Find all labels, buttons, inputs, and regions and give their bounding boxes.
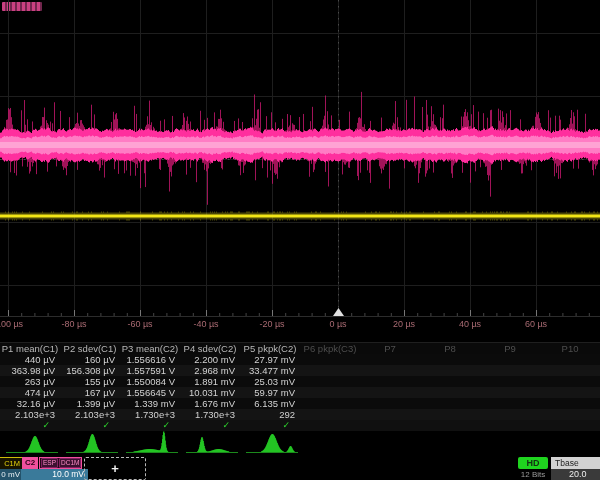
measure-cell xyxy=(360,376,420,387)
measure-cell: 363.98 µV xyxy=(0,365,60,376)
param-header-5[interactable]: P5 pkpk(C2) xyxy=(240,343,300,354)
time-axis-label: 20 µs xyxy=(371,319,437,329)
measure-cell: 2.200 mV xyxy=(180,354,240,365)
measure-cell: 10.031 mV xyxy=(180,387,240,398)
measure-cell xyxy=(420,354,480,365)
param-header-2[interactable]: P2 sdev(C1) xyxy=(60,343,120,354)
measure-cell: 1.557591 V xyxy=(120,365,180,376)
measure-cell xyxy=(420,376,480,387)
measure-cell: 6.135 mV xyxy=(240,398,300,409)
measure-cell: 160 µV xyxy=(60,354,120,365)
measure-cell: 263 µV xyxy=(0,376,60,387)
measure-cell: 2.103e+3 xyxy=(60,409,120,420)
measure-cell xyxy=(420,365,480,376)
measure-cell xyxy=(480,409,540,420)
measure-cell: 1.891 mV xyxy=(180,376,240,387)
measure-cell: 1.556616 V xyxy=(120,354,180,365)
param-header-4[interactable]: P4 sdev(C2) xyxy=(180,343,240,354)
time-axis-label: -80 µs xyxy=(41,319,107,329)
measure-cell: 1.730e+3 xyxy=(180,409,240,420)
c2-esp-badge: ESP xyxy=(41,458,58,468)
measure-cell: 156.308 µV xyxy=(60,365,120,376)
measure-cell: 1.399 µV xyxy=(60,398,120,409)
measure-cell xyxy=(480,354,540,365)
c2-coupling-badge: DC1M xyxy=(59,458,81,468)
time-axis-label: -60 µs xyxy=(107,319,173,329)
measure-cell xyxy=(480,398,540,409)
param-header-9[interactable]: P9 xyxy=(480,343,540,354)
measure-row: 2.103e+32.103e+31.730e+31.730e+3292 xyxy=(0,409,600,420)
channel-c2-tab[interactable]: C2 xyxy=(22,457,38,469)
measure-cell xyxy=(480,365,540,376)
measure-cell xyxy=(420,398,480,409)
measure-cell xyxy=(540,376,600,387)
measure-cell: 1.730e+3 xyxy=(120,409,180,420)
time-axis-label: 0 µs xyxy=(305,319,371,329)
hd-bits-label: 12 Bits xyxy=(510,470,556,479)
measure-cell xyxy=(540,354,600,365)
measure-cell: 155 µV xyxy=(60,376,120,387)
measure-cell xyxy=(420,409,480,420)
bottom-status-bar: C1M 0 mV 10.0 mV C2 ESP DC1M + HD 12 Bit… xyxy=(0,457,600,480)
add-trace-box[interactable]: + xyxy=(84,457,146,480)
measure-cell: 440 µV xyxy=(0,354,60,365)
time-axis: -100 µs-80 µs-60 µs-40 µs-20 µs0 µs20 µs… xyxy=(0,319,600,331)
measure-cell: 25.03 mV xyxy=(240,376,300,387)
measure-cell: 474 µV xyxy=(0,387,60,398)
measure-cell: 2.968 mV xyxy=(180,365,240,376)
measure-row: 32.16 µV1.399 µV1.339 mV1.676 mV6.135 mV xyxy=(0,398,600,409)
hd-mode-badge: HD xyxy=(518,457,548,469)
measure-cell: 167 µV xyxy=(60,387,120,398)
time-axis-label: -100 µs xyxy=(0,319,41,329)
measure-cell xyxy=(480,387,540,398)
measure-cell: 59.97 mV xyxy=(240,387,300,398)
time-axis-label: 60 µs xyxy=(503,319,569,329)
param-header-6[interactable]: P6 pkpk(C3) xyxy=(300,343,360,354)
measure-cell xyxy=(300,387,360,398)
channel-c1-value: 0 mV xyxy=(0,469,22,480)
measure-cell xyxy=(300,376,360,387)
measure-cell: 1.339 mV xyxy=(120,398,180,409)
measure-cell xyxy=(300,365,360,376)
measure-cell: 2.103e+3 xyxy=(0,409,60,420)
time-axis-label: 40 µs xyxy=(437,319,503,329)
measure-cell xyxy=(300,409,360,420)
measure-cell xyxy=(540,398,600,409)
measure-cell xyxy=(540,409,600,420)
measure-cell xyxy=(360,387,420,398)
time-axis-label: -40 µs xyxy=(173,319,239,329)
measure-cell xyxy=(360,354,420,365)
param-header-7[interactable]: P7 xyxy=(360,343,420,354)
timebase-value: 20.0 xyxy=(551,469,600,480)
measure-row: 363.98 µV156.308 µV1.557591 V2.968 mV33.… xyxy=(0,365,600,376)
measure-cell: 33.477 mV xyxy=(240,365,300,376)
param-header-10[interactable]: P10 xyxy=(540,343,600,354)
measure-cell xyxy=(360,398,420,409)
measure-cell: 1.550084 V xyxy=(120,376,180,387)
param-header-3[interactable]: P3 mean(C2) xyxy=(120,343,180,354)
param-header-1[interactable]: P1 mean(C1) xyxy=(0,343,60,354)
measure-cell xyxy=(540,365,600,376)
channel-c2-value: 10.0 mV xyxy=(21,469,88,480)
measure-cell: 32.16 µV xyxy=(0,398,60,409)
timebase-descriptor[interactable]: Tbase xyxy=(551,457,600,469)
channel-c2-descriptor[interactable]: ESP DC1M xyxy=(39,457,82,469)
time-axis-label: -20 µs xyxy=(239,319,305,329)
measure-cell xyxy=(300,354,360,365)
measure-row: 474 µV167 µV1.556645 V10.031 mV59.97 mV xyxy=(0,387,600,398)
measure-row: 440 µV160 µV1.556616 V2.200 mV27.97 mV xyxy=(0,354,600,365)
measure-row: 263 µV155 µV1.550084 V1.891 mV25.03 mV xyxy=(0,376,600,387)
measure-cell xyxy=(540,387,600,398)
measure-cell: 292 xyxy=(240,409,300,420)
oscilloscope-screen: -100 µs-80 µs-60 µs-40 µs-20 µs0 µs20 µs… xyxy=(0,0,600,480)
measure-cell xyxy=(300,398,360,409)
measure-cell xyxy=(480,376,540,387)
measure-cell xyxy=(420,387,480,398)
measure-cell: 1.556645 V xyxy=(120,387,180,398)
measure-cell: 1.676 mV xyxy=(180,398,240,409)
measure-cell xyxy=(360,409,420,420)
waveform-display[interactable] xyxy=(0,0,600,332)
param-header-8[interactable]: P8 xyxy=(420,343,480,354)
measure-cell xyxy=(360,365,420,376)
histogram-row[interactable] xyxy=(0,428,600,456)
